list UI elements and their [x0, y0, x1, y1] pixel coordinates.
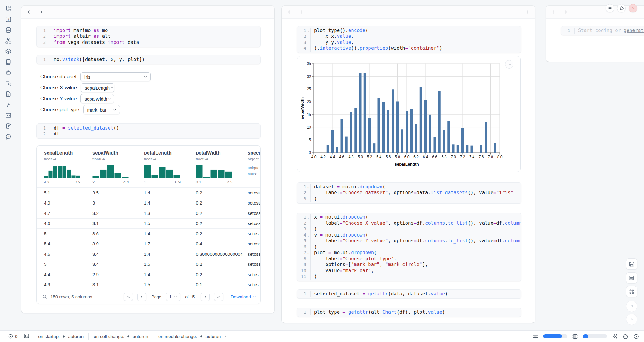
sidebar-dependency-graph-button[interactable] — [5, 37, 12, 44]
choose-y-value-select[interactable]: sepalWidth — [80, 94, 114, 103]
column-header-petalWidth[interactable]: petalWidthfloat640.12.5 — [196, 150, 248, 187]
vstack-output: Choose datasetirisChoose X valuesepalLen… — [40, 72, 261, 114]
code-cell[interactable]: 1⌄x = mo.ui.dropdown(2 label="Choose X v… — [297, 213, 521, 282]
scroll-right-icon[interactable] — [299, 9, 304, 15]
cpu-usage-bar — [583, 334, 607, 338]
layout-button[interactable] — [626, 272, 637, 283]
table-row[interactable]: 4.93.11.50.1setosa — [37, 280, 260, 290]
fold-icon[interactable]: ⌄ — [306, 184, 310, 190]
add-cell-icon[interactable] — [525, 9, 530, 15]
table-row[interactable]: 5.13.51.40.2setosa — [37, 187, 260, 198]
sidebar-help-button[interactable]: ? — [5, 134, 12, 140]
altair-bar-chart[interactable]: 4.04.24.44.64.85.05.25.45.65.86.06.26.46… — [300, 59, 518, 169]
code-cell[interactable]: 1df = selected_dataset()2df — [36, 123, 261, 139]
sidebar-package-button[interactable] — [5, 48, 12, 55]
choose-x-value-select[interactable]: sepalLength — [81, 83, 114, 92]
table-cell: 1.4 — [144, 200, 196, 205]
run-mode-setting[interactable]: on startup:autorun — [38, 334, 84, 339]
sidebar-file-tree-button[interactable] — [5, 5, 12, 12]
scroll-left-icon[interactable] — [287, 9, 292, 15]
code-line: plot = mo.ui.dropdown( — [310, 250, 517, 256]
sidebar-code-snippet-button[interactable] — [5, 112, 12, 119]
right-column-panel: 1Start coding or generate with AI — [546, 6, 644, 62]
sidebar-document-button[interactable] — [5, 91, 12, 97]
column-header-species[interactable]: speciesobjectunique:nulls: — [248, 150, 261, 187]
chevron-down-icon — [143, 75, 148, 79]
first-page-button[interactable] — [124, 293, 133, 301]
vega-actions-button[interactable] — [505, 60, 513, 69]
scroll-right-icon[interactable] — [39, 9, 44, 15]
code-cell[interactable]: 1⌄plot_type().encode(2 x=x.value,3 y=y.v… — [297, 26, 521, 53]
run-mode-setting[interactable]: on cell change:autorun — [94, 334, 148, 339]
stop-button[interactable] — [626, 301, 637, 312]
run-all-button[interactable] — [626, 314, 637, 325]
scroll-right-icon[interactable] — [563, 9, 568, 15]
terminal-icon — [23, 333, 30, 339]
close-panel-button[interactable] — [629, 4, 637, 12]
error-counter[interactable]: 0 — [8, 334, 17, 339]
line-number: 1 — [561, 28, 570, 34]
settings-button[interactable] — [617, 4, 626, 12]
sidebar-scroll-button[interactable] — [5, 59, 12, 65]
run-mode-setting[interactable]: on module change:autorun — [158, 334, 227, 339]
code-cell[interactable]: 1mo.vstack([dataset, x, y, plot]) — [36, 55, 261, 65]
command-palette-button[interactable] — [626, 286, 637, 297]
fold-spacer — [306, 244, 310, 250]
table-header-row: sepalLengthfloat644.37.9sepalWidthfloat6… — [37, 146, 260, 187]
ram-usage-bar — [543, 334, 567, 338]
search-icon[interactable] — [42, 294, 47, 299]
table-row[interactable]: 4.42.91.40.2setosa — [37, 269, 260, 280]
scroll-left-icon[interactable] — [551, 9, 556, 15]
column-header-sepalWidth[interactable]: sepalWidthfloat6424.4 — [92, 150, 144, 187]
fold-icon[interactable]: ⌄ — [306, 214, 310, 220]
code-cell[interactable]: 1Start coding or generate with AI — [561, 26, 644, 35]
column-header-petalLength[interactable]: petalLengthfloat6416.9 — [144, 150, 196, 187]
choose-plot-type-select[interactable]: mark_bar — [83, 105, 120, 114]
line-number: 1 — [297, 214, 306, 220]
terminal-button[interactable] — [23, 333, 30, 340]
fold-icon[interactable]: ⌄ — [306, 250, 310, 256]
activity-icon — [5, 102, 12, 108]
table-cell: 3.6 — [92, 231, 144, 236]
table-cell: 0.2 — [196, 262, 248, 267]
connection-status-icon[interactable] — [633, 333, 639, 340]
line-number: 11 — [297, 274, 306, 280]
svg-text:15: 15 — [307, 112, 311, 117]
code-cell[interactable]: 1selected_dataset = getattr(data, datase… — [297, 289, 521, 299]
sidebar-list-search-button[interactable] — [5, 80, 12, 87]
prev-page-button[interactable] — [137, 293, 146, 301]
column-header-sepalLength[interactable]: sepalLengthfloat644.37.9 — [44, 150, 92, 187]
table-row[interactable]: 4.63.11.50.2setosa — [37, 218, 260, 229]
fold-icon[interactable]: ⌄ — [306, 28, 310, 34]
sidebar-chat-bot-button[interactable] — [5, 69, 12, 76]
last-page-button[interactable] — [214, 293, 223, 301]
sidebar-notebook-button[interactable] — [5, 123, 12, 129]
table-row[interactable]: 53.41.50.2setosa — [37, 259, 260, 269]
table-cell: 3.4 — [92, 262, 144, 267]
table-row[interactable]: 4.931.40.2setosa — [37, 198, 260, 208]
ai-sparkles-icon[interactable] — [612, 333, 618, 340]
sidebar-activity-button[interactable] — [5, 102, 12, 108]
code-cell[interactable]: 1import marimo as mo2import altair as al… — [36, 26, 261, 47]
fold-icon[interactable]: ⌄ — [306, 232, 310, 238]
sidebar-database-button[interactable] — [5, 27, 12, 33]
menu-button[interactable] — [606, 4, 614, 12]
page-select[interactable]: 1 — [166, 293, 180, 301]
code-cell[interactable]: 1plot_type = getattr(alt.Chart(df), plot… — [297, 308, 521, 317]
add-cell-icon[interactable] — [264, 9, 270, 15]
table-row[interactable]: 4.73.21.30.2setosa — [37, 208, 260, 218]
download-button[interactable]: Download — [231, 294, 256, 299]
scroll-left-icon[interactable] — [26, 9, 31, 15]
table-row[interactable]: 53.61.40.2setosa — [37, 228, 260, 239]
next-page-button[interactable] — [201, 293, 210, 301]
control-label: Choose X value — [40, 85, 77, 91]
choose-dataset-select[interactable]: iris — [80, 72, 151, 81]
table-cell: 0.2 — [196, 272, 248, 277]
copilot-icon[interactable] — [622, 333, 628, 340]
code-cell[interactable]: 1⌄dataset = mo.ui.dropdown(2 label="Choo… — [297, 182, 521, 204]
table-row[interactable]: 5.43.91.70.4setosa — [37, 239, 260, 249]
table-row[interactable]: 4.63.41.40.30000000000000004setosa — [37, 249, 260, 259]
code-line: ) — [310, 226, 517, 232]
sidebar-f-square-button[interactable]: f — [5, 16, 12, 23]
save-button[interactable] — [626, 258, 637, 270]
